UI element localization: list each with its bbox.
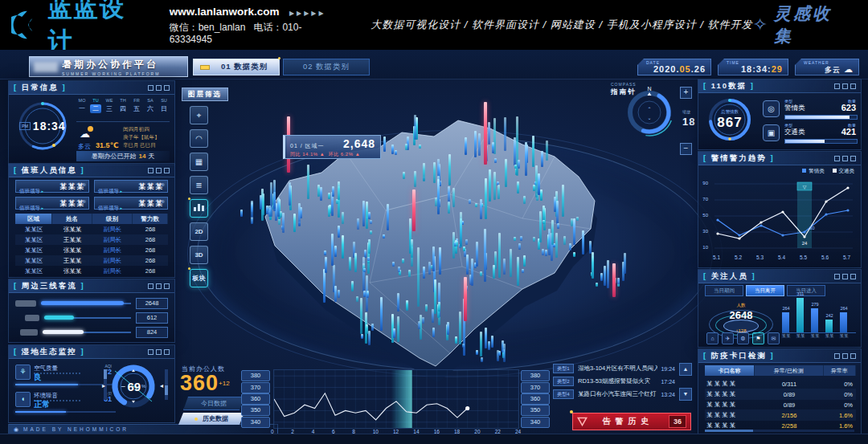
alert-scroll-up-icon[interactable]: ▲ — [679, 363, 692, 376]
gauge-slider-right[interactable] — [165, 369, 168, 400]
duty-leader-card[interactable]: 值班领导 ▸⋯ ⊗某某某 — [15, 197, 89, 210]
focus-bar: 311某某 — [796, 298, 804, 332]
tab-data-category-1[interactable]: 01 数据类别 — [193, 59, 280, 75]
map-bar — [624, 253, 626, 274]
map-bar — [370, 230, 372, 234]
map-bar — [466, 255, 469, 275]
map-bar — [555, 233, 558, 258]
checkpoint-header-cell[interactable]: 异常/已检测 — [755, 365, 824, 376]
tooltip-yoy: 同比 14.1% ▲ — [290, 152, 325, 157]
panel-controls-icon[interactable] — [145, 283, 170, 289]
mail-icon[interactable]: ✉ — [768, 332, 780, 344]
table-row: 某某区王某某副局长268 — [15, 234, 168, 245]
map-bar — [514, 237, 516, 241]
alert-row[interactable]: 类型4某路口有小汽车连闯三个红灯13:24 — [553, 389, 675, 400]
map-pin-icon[interactable]: ⌖ — [190, 106, 208, 124]
zoom-in-button[interactable]: + — [680, 87, 692, 99]
weather-condition: 多云 — [78, 142, 91, 151]
zoom-out-button[interactable]: − — [680, 143, 692, 155]
checkpoint-header-cell[interactable]: 卡口名称 — [705, 365, 755, 376]
duty-leader-card[interactable]: 值班领导 ▸⋯ ⊗某某某 — [94, 197, 168, 210]
panel-controls-icon[interactable] — [832, 274, 856, 279]
map-bar — [503, 344, 506, 362]
panel-controls-icon[interactable] — [145, 168, 170, 173]
map-bar — [448, 154, 451, 185]
compass-icon[interactable]: N ⌃ ⌄ — [622, 84, 677, 138]
x-axis-tick: 5.1 — [713, 255, 720, 260]
radar-icon[interactable]: ◠ — [190, 129, 208, 148]
y-axis-pill: 370 — [241, 382, 270, 393]
plane-icon[interactable]: ✈ — [722, 332, 734, 344]
map-bar — [505, 159, 507, 187]
map-bar — [434, 279, 436, 314]
y-axis-pill: 380 — [241, 370, 270, 381]
home-icon[interactable]: ⌂ — [706, 332, 719, 344]
focus-tab[interactable]: 当日离开 — [746, 285, 784, 296]
table-cell: 副局长 — [92, 234, 133, 245]
lunar-calendar: 闰四月初四庚子年【鼠年】辛巳月 己巳日 — [123, 125, 160, 149]
panel-title: 湿地生态监控 — [14, 347, 85, 357]
alert-history-banner[interactable]: 告警历史 36 — [572, 413, 691, 430]
tab-data-category-2[interactable]: 02 数据类别 — [283, 59, 370, 75]
map-bar — [383, 234, 385, 238]
panel-controls-icon[interactable] — [832, 156, 856, 161]
alert-scroll-down-icon[interactable]: ▼ — [679, 388, 692, 401]
map-bar — [380, 297, 383, 331]
map-bar — [432, 328, 435, 337]
progress-fill — [785, 116, 850, 119]
panel-controls-icon[interactable] — [145, 85, 170, 91]
today-data-button[interactable]: 今日数据 — [183, 397, 244, 410]
alert-row[interactable]: 类型2RD13-53烟感报警疑似火灾17:24 — [553, 376, 675, 387]
wechat-contact: 微信：ben_lanlan — [170, 22, 246, 33]
layer-3d-button[interactable]: 3D — [190, 246, 208, 264]
gauge-arrow-left-icon[interactable]: ▸ — [102, 382, 105, 389]
history-data-button[interactable]: 历史数据 — [178, 413, 244, 425]
panel-daily-info: 日常信息 PM18:34 MO一TU二WE三TH四FR五SA六SU日 ☁ 多云 … — [8, 80, 175, 165]
flow-bar — [44, 316, 74, 320]
table-row: 某某区张某某副局长268 — [15, 245, 168, 255]
focus-icon-row: ⌂✈⚙⚑✉ — [706, 332, 783, 344]
map-bar — [514, 165, 517, 169]
panel-controls-icon[interactable] — [832, 353, 856, 359]
panel-controls-icon[interactable] — [832, 84, 856, 89]
list-layers-icon[interactable]: ≣ — [190, 176, 208, 194]
map-bar — [418, 321, 420, 329]
map-bar — [325, 257, 327, 273]
alert-history-label: 告警历史 — [588, 416, 669, 427]
duty-leader-card[interactable]: 值班领导 ▸⋯ ⊗某某某 — [15, 180, 89, 193]
checkpoint-header-cell[interactable]: 异常率 — [824, 365, 856, 376]
checkpoint-name: 某某某某 — [705, 422, 755, 430]
alert-row[interactable]: 类型1湿地3-104片区有不明人员闯入19:24 — [553, 363, 675, 374]
table-cell: 张某某 — [52, 224, 92, 234]
map-bar — [260, 195, 262, 210]
alert-history-count: 36 — [669, 415, 686, 428]
layer-2d-button[interactable]: 2D — [190, 222, 208, 241]
layer-block-button[interactable]: 板块 — [190, 269, 208, 287]
gear-icon[interactable]: ⚙ — [737, 332, 749, 344]
alert-type-badge: 类型1 — [553, 364, 574, 373]
focus-tab[interactable]: 当日期间 — [705, 285, 743, 296]
x-axis-tick: 5.7 — [843, 255, 850, 260]
checkpoint-header: 卡口名称异常/已检测异常率 — [705, 365, 856, 376]
alert-text: 湿地3-104片区有不明人员闯入 — [578, 365, 657, 373]
flow-row: 612 — [15, 313, 168, 323]
map-bar — [478, 133, 481, 156]
map-bar — [485, 178, 487, 219]
grid-layers-icon[interactable]: ▦ — [190, 153, 208, 171]
panel-110-data: 110数据 总警情数867 ◎类型警情类数量623▣类型交通类数量421 — [698, 79, 862, 150]
map-bar — [503, 259, 506, 275]
panel-controls-icon[interactable] — [145, 349, 170, 355]
map-bar — [405, 144, 407, 150]
collect-label: 灵感收集 — [774, 2, 850, 47]
gauge-arrow-right-icon[interactable]: ◂ — [160, 382, 163, 389]
table-cell: 268 — [133, 255, 168, 266]
duty-leader-card[interactable]: 值班领导 ▸⋯ ⊗某某某 — [94, 180, 168, 193]
bar-chart-icon[interactable] — [190, 199, 208, 218]
table-cell: 某某区 — [15, 255, 52, 266]
scrollbar[interactable] — [705, 430, 854, 432]
focus-bar-label: 某某 — [823, 333, 836, 339]
map-bar — [439, 247, 441, 275]
flag-icon[interactable]: ⚑ — [752, 332, 764, 344]
map-bar — [338, 226, 340, 238]
trend-legend: 警情类 交通类 — [796, 168, 854, 175]
